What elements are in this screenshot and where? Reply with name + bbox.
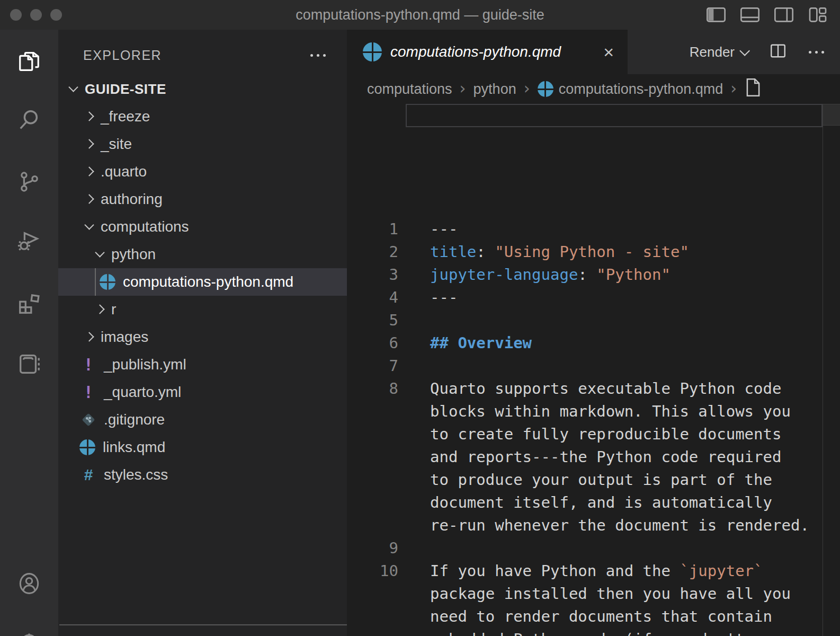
extensions-icon[interactable] (17, 292, 41, 316)
chevron-right-icon[interactable] (82, 136, 97, 152)
tree-folder--site[interactable]: _site (58, 130, 347, 158)
line-number: 1 (347, 218, 398, 241)
editor-toolbar: Render (690, 30, 840, 74)
outline-section-header[interactable]: OUTLINE (58, 628, 347, 636)
code-line: 7 (347, 355, 840, 377)
book-icon[interactable] (17, 352, 41, 376)
customize-layout-icon[interactable] (807, 5, 828, 23)
tree-folder--freeze[interactable]: _freeze (58, 103, 347, 130)
tree-folder-python[interactable]: python (58, 241, 347, 268)
code-line: embedded Python code (if you don't, (347, 628, 840, 636)
tab-label: computations-python.qmd (390, 43, 561, 60)
quarto-file-icon (100, 274, 115, 290)
tree-file--gitignore[interactable]: .gitignore (58, 406, 347, 434)
code-line: document itself, and is automatically (347, 491, 840, 514)
code-line: 8Quarto supports executable Python code (347, 377, 840, 400)
code-line: 10If you have Python and the `jupyter` (347, 560, 840, 582)
line-number (347, 469, 398, 491)
zoom-window-button[interactable] (50, 9, 62, 21)
code-line: re-run whenever the document is rendered… (347, 514, 840, 537)
tree-file-styles-css[interactable]: #styles.css (58, 461, 347, 489)
git-branch-icon[interactable] (17, 170, 41, 194)
tab-bar: computations-python.qmd × Render (347, 30, 840, 74)
code-text: ## Overview (430, 332, 532, 355)
render-button[interactable]: Render (690, 44, 747, 60)
minimize-window-button[interactable] (30, 9, 42, 21)
chevron-right-icon[interactable] (82, 164, 97, 180)
tree-folder-authoring[interactable]: authoring (58, 186, 347, 213)
line-number: 10 (347, 560, 398, 582)
tree-folder-computations[interactable]: computations (58, 213, 347, 241)
tree-section-label: GUIDE-SITE (85, 81, 166, 98)
code-line: blocks within markdown. This allows you (347, 400, 840, 423)
explorer-more-actions-icon[interactable] (310, 54, 326, 57)
chevron-right-icon[interactable] (82, 191, 97, 207)
tree-section-guide-site[interactable]: GUIDE-SITE (58, 75, 347, 103)
git-file-icon (79, 411, 97, 429)
outline-section-label: OUTLINE (88, 634, 150, 636)
code-line: need to render documents that contain (347, 605, 840, 628)
indent-guide (95, 268, 96, 296)
code-text: --- (430, 218, 458, 241)
breadcrumb-item-python[interactable]: python (473, 81, 516, 98)
tab-computations-python-qmd[interactable]: computations-python.qmd × (347, 30, 628, 74)
toggle-secondary-sidebar-icon[interactable] (773, 5, 794, 23)
code-text: and reports---the Python code required (430, 446, 781, 469)
code-line: 5 (347, 309, 840, 332)
chevron-right-icon[interactable] (82, 109, 97, 125)
chevron-right-icon[interactable] (69, 633, 85, 636)
tree-item-label: images (101, 329, 148, 346)
tree-folder-r[interactable]: r (58, 296, 347, 323)
current-line-highlight (406, 104, 823, 127)
tree-file-computations-python-qmd[interactable]: computations-python.qmd (58, 268, 347, 296)
code-line: and reports---the Python code required (347, 446, 840, 469)
code-text: document itself, and is automatically (430, 491, 772, 514)
chevron-down-icon[interactable] (92, 246, 108, 262)
breadcrumb-item-computations[interactable]: computations (367, 81, 452, 98)
toggle-primary-sidebar-icon[interactable] (705, 5, 727, 23)
tree-file--publish-yml[interactable]: !_publish.yml (58, 351, 347, 378)
scrollbar-slider[interactable] (823, 104, 840, 126)
tree-file-links-qmd[interactable]: links.qmd (58, 434, 347, 461)
render-button-label: Render (690, 44, 735, 60)
line-number (347, 423, 398, 446)
chevron-right-icon[interactable] (82, 329, 97, 345)
chevron-down-icon[interactable] (66, 81, 82, 97)
code-line: to create fully reproducible documents (347, 423, 840, 446)
line-number: 3 (347, 263, 398, 286)
code-line: 6## Overview (347, 332, 840, 355)
code-text: If you have Python and the `jupyter` (430, 560, 763, 582)
line-number: 5 (347, 309, 398, 332)
files-icon[interactable] (17, 49, 41, 74)
gear-icon[interactable] (17, 628, 41, 636)
code-line: 2title: "Using Python - site" (347, 241, 840, 263)
explorer-sidebar: EXPLORER GUIDE-SITE _freeze_site.quartoa… (58, 30, 347, 636)
more-actions-icon[interactable] (809, 51, 824, 54)
tree-folder-images[interactable]: images (58, 323, 347, 351)
yaml-file-icon: ! (79, 356, 97, 374)
activity-bar (0, 30, 58, 636)
tree-folder--quarto[interactable]: .quarto (58, 158, 347, 186)
line-number (347, 446, 398, 469)
code-text: package installed then you have all you (430, 582, 791, 605)
tree-item-label: _site (101, 136, 132, 153)
breadcrumb-separator: › (524, 79, 530, 98)
chevron-down-icon[interactable] (82, 219, 97, 235)
tree-item-label: _quarto.yml (104, 384, 181, 401)
line-number: 6 (347, 332, 398, 355)
debug-icon[interactable] (17, 230, 41, 254)
breadcrumb-item-computations-python-qmd[interactable]: computations-python.qmd (538, 81, 723, 98)
line-number (347, 605, 398, 628)
toggle-panel-icon[interactable] (739, 5, 761, 23)
chevron-right-icon[interactable] (92, 302, 108, 317)
search-icon[interactable] (17, 108, 41, 132)
close-tab-icon[interactable]: × (603, 43, 614, 61)
code-editor[interactable]: 1---2title: "Using Python - site"3jupyte… (347, 104, 840, 636)
split-editor-icon[interactable] (768, 41, 788, 63)
tree-file--quarto-yml[interactable]: !_quarto.yml (58, 378, 347, 406)
tree-item-label: computations-python.qmd (123, 273, 293, 290)
account-icon[interactable] (17, 571, 41, 596)
close-window-button[interactable] (10, 9, 22, 21)
code-line: 3jupyter-language: "Python" (347, 263, 840, 286)
tree-item-label: python (111, 246, 156, 263)
